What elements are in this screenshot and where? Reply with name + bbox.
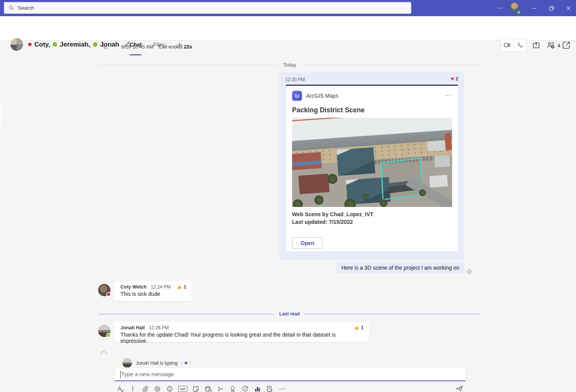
message-text: Here is a 3D scene of the project I am w… — [341, 265, 459, 271]
attach-icon[interactable] — [141, 385, 149, 392]
call-ended-event: 8/29 10:45 AM Call ended 22s — [101, 43, 192, 50]
titlebar-more-button[interactable]: ⋯ — [494, 0, 505, 16]
thumbs-up-icon — [177, 284, 182, 290]
thumbs-up-icon — [354, 325, 359, 330]
participant-name: Jeremiah, — [60, 41, 90, 48]
title-bar: ⋯ — [0, 0, 576, 16]
compose-toolbar: GIF — [117, 385, 286, 392]
compose-box[interactable] — [114, 367, 466, 381]
available-dot-icon — [53, 42, 57, 47]
last-read-divider: Last read — [98, 311, 481, 317]
send-message-button[interactable] — [455, 385, 464, 392]
send-later-button[interactable] — [217, 385, 224, 392]
message-sent-indicator — [466, 269, 472, 274]
schedule-meeting-button[interactable] — [204, 385, 212, 392]
format-button[interactable] — [117, 385, 124, 392]
message-jonah: Jonah Hall 12:26 PM Thanks for the updat… — [114, 322, 369, 342]
delivery-options-button[interactable] — [129, 385, 137, 392]
minimize-icon — [531, 5, 538, 12]
message-author: Coty Welch — [120, 284, 147, 290]
check-circle-icon — [466, 269, 472, 274]
audio-call-button[interactable] — [514, 39, 526, 51]
busy-dot-icon — [28, 43, 32, 46]
message-time: 12:20 PM — [285, 77, 305, 82]
phone-icon — [101, 43, 108, 50]
card-title: Packing District Scene — [292, 106, 365, 114]
thumbsup-reaction-pill[interactable]: 1 — [177, 284, 186, 290]
typing-indicator: Jonah Hall is typing — [122, 358, 191, 368]
more-actions-button[interactable] — [278, 385, 286, 392]
search-box[interactable] — [4, 2, 411, 14]
add-people-button[interactable]: 4 — [546, 40, 560, 50]
typing-user-avatar — [122, 358, 132, 368]
forms-poll-button[interactable] — [254, 385, 261, 392]
thumbsup-reaction-pill[interactable]: 1 — [354, 325, 364, 330]
sticker-button[interactable] — [192, 385, 200, 392]
reaction-count: 1 — [184, 284, 186, 290]
pop-out-chat-button[interactable] — [561, 40, 571, 50]
teams-window: ⋯ Coty, Jeremiah, Jonah Chat Files — [0, 0, 576, 392]
search-input[interactable] — [18, 5, 364, 11]
typing-text: Jonah Hall is typing — [136, 360, 177, 366]
group-avatar[interactable] — [10, 38, 23, 51]
card-byline: Web Scene by Chad_Lopez_IVT — [292, 211, 373, 217]
sent-message-bubble: 12:20 PM ♥ 2 ArcGIS Maps ⋯ Packing Distr… — [279, 72, 464, 260]
heart-reaction-pill[interactable]: ♥ 2 — [451, 76, 458, 82]
message-text: This is sick dude — [120, 291, 185, 297]
jonah-avatar[interactable] — [98, 325, 110, 337]
participant-name: Coty, — [34, 41, 50, 48]
open-button[interactable]: Open — [292, 237, 323, 249]
card-app-name: ArcGIS Maps — [306, 93, 338, 99]
video-call-button[interactable] — [501, 39, 514, 51]
message-time: 12:26 PM — [149, 325, 169, 330]
message-author: Jonah Hall — [120, 325, 145, 330]
video-camera-icon — [503, 41, 511, 49]
parcel-highlight-outline — [381, 157, 423, 200]
reaction-count: 1 — [361, 325, 364, 330]
send-icon — [455, 385, 464, 392]
arcgis-app-icon — [292, 91, 302, 101]
restore-icon — [548, 5, 555, 12]
sent-text-bubble: Here is a 3D scene of the project I am w… — [336, 262, 464, 273]
call-button-group — [501, 38, 527, 52]
loop-component-button[interactable] — [154, 385, 161, 392]
updates-button[interactable] — [241, 385, 249, 392]
praise-button[interactable] — [229, 385, 237, 392]
chat-header: Coty, Jeremiah, Jonah Chat Files — [0, 16, 576, 40]
card-more-button[interactable]: ⋯ — [445, 92, 451, 99]
close-button[interactable] — [560, 0, 576, 16]
message-input[interactable] — [121, 369, 456, 379]
gif-button[interactable]: GIF — [178, 386, 187, 392]
coty-avatar[interactable] — [98, 284, 110, 296]
pop-out-icon — [561, 40, 571, 50]
search-icon — [8, 5, 14, 11]
message-time: 12:24 PM — [151, 284, 170, 290]
call-duration: 22s — [184, 44, 192, 50]
emoji-button[interactable] — [166, 385, 174, 392]
web-scene-thumbnail — [292, 118, 452, 207]
participant-count: 4 — [558, 43, 560, 48]
typing-dots-icon — [181, 362, 191, 364]
presence-available-badge — [516, 10, 521, 15]
message-text: Thanks for the update Chad! Your progres… — [120, 332, 363, 344]
share-screen-button[interactable] — [531, 40, 541, 50]
last-read-label: Last read — [274, 311, 305, 317]
message-coty: Coty Welch 12:24 PM This is sick dude 1 — [114, 281, 192, 301]
share-screen-icon — [531, 40, 541, 50]
close-icon — [565, 5, 572, 12]
add-people-icon — [546, 40, 556, 50]
phone-icon — [517, 42, 524, 48]
presence-busy-badge — [106, 292, 111, 297]
tasks-button[interactable] — [266, 385, 274, 392]
arcgis-card: ArcGIS Maps ⋯ Packing District Scene — [286, 85, 458, 252]
minimize-button[interactable] — [526, 0, 543, 16]
presence-available-badge — [106, 333, 111, 337]
user-avatar[interactable] — [509, 2, 520, 14]
restore-button[interactable] — [543, 0, 560, 16]
date-divider-label: Today — [278, 62, 301, 68]
text-caret — [120, 371, 121, 378]
hidden-avatar-edge — [101, 351, 107, 354]
sidebar-edge — [0, 103, 3, 128]
date-divider-today: Today — [98, 62, 481, 68]
available-dot-icon — [93, 42, 97, 47]
